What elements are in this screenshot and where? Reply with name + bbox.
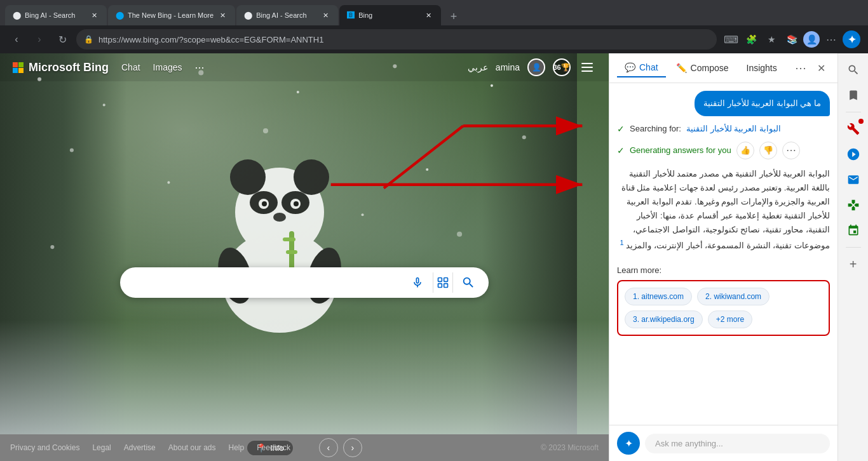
main-container: Microsoft Bing Chat Images ··· عربي amin… <box>0 53 868 461</box>
bing-menu-button[interactable] <box>578 58 596 76</box>
svg-point-3 <box>294 159 329 195</box>
bing-nav-images[interactable]: Images <box>153 62 182 72</box>
tab-2-title: The New Bing - Learn More <box>128 11 214 19</box>
learn-link-more[interactable]: +2 more <box>708 311 752 328</box>
bing-search-container <box>120 267 489 298</box>
tab-2-favicon: ⬤ <box>116 11 124 20</box>
legal-link[interactable]: Legal <box>92 443 111 452</box>
chat-copilot-icon[interactable]: ✦ <box>617 432 640 455</box>
compose-tab[interactable]: ✏️ Compose <box>668 59 736 77</box>
edge-copilot-icon: ✦ <box>848 34 856 46</box>
prev-arrow-button[interactable]: ‹ <box>319 438 338 457</box>
sidebar-copilot-icon[interactable] <box>842 143 865 166</box>
learn-link-2[interactable]: 2. wikiwand.com <box>697 288 770 305</box>
svg-point-8 <box>262 201 267 206</box>
feedback-thumbsdown[interactable]: 👎 <box>759 142 777 159</box>
bing-nav-more[interactable]: ··· <box>195 61 205 74</box>
new-tab-button[interactable]: + <box>445 8 463 25</box>
privacy-link[interactable]: Privacy and Cookies <box>10 443 79 452</box>
edge-copilot-btn[interactable]: ✦ <box>843 30 860 48</box>
chat-input-area: ✦ Ask me anything... <box>609 425 837 461</box>
menu-line-1 <box>581 63 593 64</box>
browser-window: ⬤ Bing AI - Search ✕ ⬤ The New Bing - Le… <box>0 0 868 53</box>
browser-tab-2[interactable]: ⬤ The New Bing - Learn More ✕ <box>108 5 235 25</box>
help-link[interactable]: Help <box>229 443 245 452</box>
feedback-more-btn[interactable]: ⋯ <box>782 142 800 159</box>
forward-button[interactable]: › <box>31 30 48 48</box>
ref-1[interactable]: 1 <box>620 239 624 246</box>
bot-response-text: البوابة العربية للأخبار التقنية هي مصدر … <box>617 167 830 253</box>
bottom-left-links: Privacy and Cookies Legal Advertise Abou… <box>10 443 290 452</box>
back-button[interactable]: ‹ <box>8 30 25 48</box>
bing-search-input[interactable] <box>130 277 402 288</box>
feedback-link[interactable]: Feedback <box>257 443 290 452</box>
ms-logo <box>13 62 24 73</box>
tab-1-title: Bing AI - Search <box>25 11 85 19</box>
learn-more-links-container: 1. aitnews.com 2. wikiwand.com 3. ar.wik… <box>617 280 830 336</box>
ms-logo-blue <box>13 68 18 73</box>
sidebar-games-icon[interactable] <box>842 194 865 217</box>
browser-tab-1[interactable]: ⬤ Bing AI - Search ✕ <box>5 5 107 25</box>
bing-arabic-lang[interactable]: عربي <box>468 62 488 72</box>
sidebar-tree-icon[interactable] <box>842 219 865 242</box>
favorites-button[interactable]: ★ <box>763 30 780 48</box>
menu-line-2 <box>581 67 593 68</box>
panel-close-button[interactable]: ✕ <box>812 59 830 77</box>
feedback-thumbsup[interactable]: 👍 <box>736 142 754 159</box>
tab-4-favicon: 🅱 <box>347 11 355 20</box>
user-profile[interactable]: 👤 <box>803 31 820 48</box>
svg-rect-33 <box>438 284 442 288</box>
extensions-button[interactable]: 🧩 <box>742 30 760 48</box>
tab-1-favicon: ⬤ <box>13 11 21 20</box>
tab-4-close[interactable]: ✕ <box>423 10 433 20</box>
learn-link-1[interactable]: 1. aitnews.com <box>625 288 692 305</box>
search-button[interactable] <box>458 272 478 293</box>
tab-2-close[interactable]: ✕ <box>217 10 227 20</box>
searching-for-label: Searching for: <box>630 124 681 133</box>
chat-content: ما هي البوابة العربية للأخبار التقنية ✓ … <box>609 83 837 425</box>
generating-label: Generating answers for you <box>630 145 731 155</box>
sidebar-outlook-icon[interactable] <box>842 168 865 191</box>
nav-actions: ⌨ 🧩 ★ 📚 👤 ⋯ ✦ <box>722 30 860 48</box>
browser-menu[interactable]: ⋯ <box>822 30 840 48</box>
mic-button[interactable] <box>407 272 428 293</box>
profile-button[interactable]: ⌨ <box>722 30 740 48</box>
generating-status-row: ✓ Generating answers for you 👍 👎 ⋯ <box>617 142 830 159</box>
compose-tab-icon: ✏️ <box>676 63 687 73</box>
sidebar-divider-1 <box>846 112 861 112</box>
insights-tab[interactable]: Insights <box>739 59 785 77</box>
chat-panel-header: 💬 Chat ✏️ Compose Insights ⋯ ✕ <box>609 53 837 83</box>
visual-search-button[interactable] <box>433 272 453 293</box>
about-link[interactable]: About our ads <box>168 443 216 452</box>
chat-input-box[interactable]: Ask me anything... <box>645 434 830 453</box>
bing-username-label[interactable]: amina <box>496 62 520 72</box>
user-message-container: ما هي البوابة العربية للأخبار التقنية <box>617 91 830 116</box>
learn-link-3[interactable]: 3. ar.wikipedia.org <box>625 311 703 328</box>
svg-rect-14 <box>283 237 295 241</box>
svg-point-10 <box>273 213 286 222</box>
insights-tab-label: Insights <box>747 63 777 73</box>
next-arrow-button[interactable]: › <box>343 438 362 457</box>
sidebar-search-icon[interactable] <box>842 58 865 81</box>
panel-more-button[interactable]: ⋯ <box>792 59 810 77</box>
browser-tab-3[interactable]: ⬤ Bing AI - Search ✕ <box>236 5 338 25</box>
sidebar-collections-icon[interactable] <box>842 84 865 107</box>
collections-button[interactable]: 📚 <box>783 30 801 48</box>
sidebar-add-button[interactable]: + <box>842 253 865 276</box>
tab-1-close[interactable]: ✕ <box>89 10 99 20</box>
address-bar[interactable]: 🔒 https://www.bing.com/?scope=web&cc=EG&… <box>76 29 717 50</box>
browser-tab-4[interactable]: 🅱 Bing ✕ <box>339 5 441 25</box>
svg-rect-15 <box>286 250 297 254</box>
bing-nav-chat[interactable]: Chat <box>121 62 140 72</box>
reload-button[interactable]: ↻ <box>53 30 71 48</box>
advertise-link[interactable]: Advertise <box>124 443 156 452</box>
ms-bing-logo[interactable]: Microsoft Bing <box>13 61 109 74</box>
bing-user-avatar[interactable]: 👤 <box>527 58 545 76</box>
chat-tab[interactable]: 💬 Chat <box>617 58 666 77</box>
tab-3-close[interactable]: ✕ <box>320 10 330 20</box>
lock-icon: 🔒 <box>84 35 93 44</box>
profile-avatar: 👤 <box>806 34 817 44</box>
bing-search-box[interactable] <box>120 267 489 298</box>
bing-reward-badge[interactable]: 36 🏆 <box>553 58 571 76</box>
sidebar-tools-icon[interactable] <box>842 117 865 140</box>
